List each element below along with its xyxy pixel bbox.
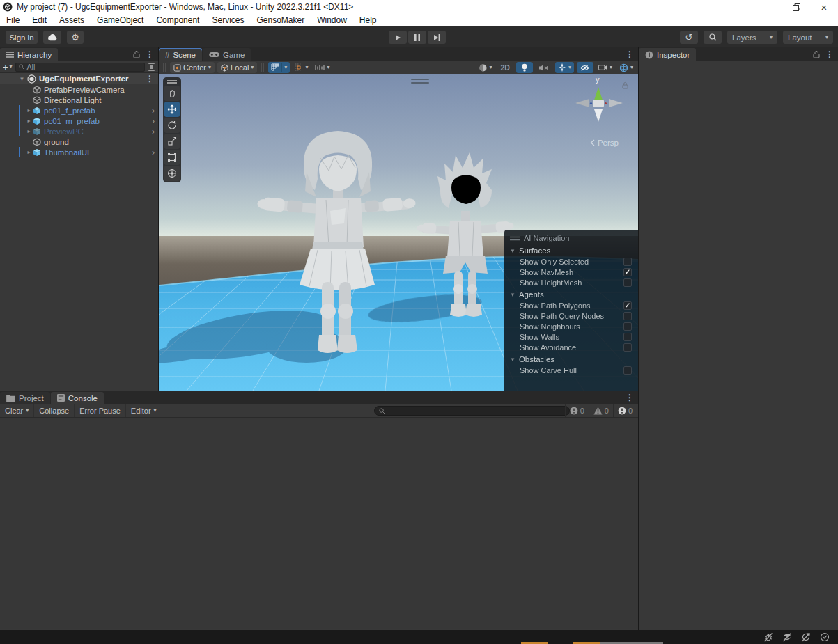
menu-help[interactable]: Help (353, 14, 383, 26)
orientation-overlay-grip[interactable] (411, 79, 429, 86)
foldout-closed-icon[interactable]: ▸ (25, 128, 33, 134)
overlay-grip[interactable] (510, 236, 520, 241)
effects-dropdown[interactable]: ▾ (555, 62, 574, 73)
chevron-down-icon[interactable]: ▾ (327, 65, 329, 70)
checkbox[interactable]: ✓ (623, 343, 632, 352)
nav-option-row[interactable]: Show NavMesh✓ (504, 267, 638, 277)
menu-services[interactable]: Services (205, 14, 250, 26)
obstacles-section-header[interactable]: ▼Obstacles (504, 352, 638, 365)
menu-component[interactable]: Component (150, 14, 205, 26)
chevron-down-icon[interactable]: ▾ (305, 65, 308, 70)
debugger-detached-icon[interactable] (762, 631, 775, 643)
checkbox[interactable]: ✓ (623, 278, 632, 287)
sign-in-button[interactable]: Sign in (6, 31, 38, 44)
drag-grip[interactable] (163, 63, 166, 72)
nav-option-row[interactable]: Show HeightMesh✓ (504, 277, 638, 288)
hierarchy-row[interactable]: ▸ ThumbnailUI › (0, 147, 158, 157)
minimize-button[interactable]: – (754, 0, 782, 14)
checkbox[interactable]: ✓ (623, 312, 632, 320)
grid-snap-button[interactable]: ▾ (268, 62, 290, 73)
hierarchy-row[interactable]: ▸ ground › (0, 136, 158, 147)
play-button[interactable] (389, 31, 407, 44)
chevron-down-icon[interactable]: ▾ (26, 408, 29, 414)
checkbox[interactable]: ✓ (623, 366, 632, 375)
warning-counter[interactable]: 0 (589, 404, 613, 417)
rect-tool[interactable] (164, 150, 180, 165)
checkbox[interactable]: ✓ (623, 268, 632, 276)
error-counter[interactable]: 0 (613, 404, 637, 417)
restore-button[interactable] (782, 0, 810, 14)
drag-grip[interactable] (470, 63, 472, 72)
kebab-menu-icon[interactable]: ⋮ (626, 393, 634, 402)
rotate-tool[interactable] (164, 118, 180, 133)
undo-history-button[interactable]: ↺ (680, 31, 698, 44)
console-search-input[interactable] (374, 406, 570, 416)
hierarchy-row[interactable]: ▸ PreviewPC › (0, 126, 158, 136)
checkbox[interactable]: ✓ (623, 322, 632, 331)
chevron-down-icon[interactable]: ▾ (284, 65, 287, 70)
clear-button[interactable]: Clear ▾ (0, 404, 34, 417)
lock-icon[interactable] (133, 50, 140, 58)
scene-viewport[interactable]: y Persp AI Navigation ▼Surfaces Show Onl… (159, 74, 638, 391)
expand-chevron-icon[interactable]: › (152, 127, 155, 136)
menu-window[interactable]: Window (311, 14, 353, 26)
menu-gameobject[interactable]: GameObject (91, 14, 150, 26)
kebab-menu-icon[interactable]: ⋮ (146, 49, 154, 59)
cloud-button[interactable] (43, 31, 61, 44)
hierarchy-row[interactable]: ▸ PrefabPreviewCamera › (0, 84, 158, 95)
tab-inspector[interactable]: Inspector (639, 48, 696, 61)
foldout-closed-icon[interactable]: ▸ (25, 107, 33, 113)
expand-chevron-icon[interactable]: › (152, 148, 155, 157)
gizmos-dropdown[interactable]: ▾ (617, 62, 635, 73)
pause-button[interactable] (408, 31, 426, 44)
scene-lighting-toggle[interactable] (516, 62, 533, 73)
layers-dropdown[interactable]: Layers▾ (727, 31, 777, 44)
move-tool[interactable] (164, 102, 180, 117)
editor-dropdown[interactable]: Editor ▾ (126, 404, 162, 417)
error-pause-button[interactable]: Error Pause (75, 404, 126, 417)
hierarchy-row[interactable]: ▸ pc01_f_prefab › (0, 105, 158, 116)
snap-settings-button[interactable]: ▾ (313, 62, 332, 73)
shading-mode-dropdown[interactable]: ▾ (476, 62, 495, 73)
kebab-menu-icon[interactable]: ⋮ (146, 74, 154, 84)
drag-grip[interactable] (261, 63, 264, 72)
tab-game[interactable]: Game (203, 48, 251, 61)
checkbox[interactable]: ✓ (623, 301, 632, 310)
menu-assets[interactable]: Assets (53, 14, 91, 26)
console-detail-area[interactable] (0, 565, 638, 629)
pivot-mode-dropdown[interactable]: Center ▾ (170, 62, 215, 73)
tab-console[interactable]: Console (51, 392, 104, 404)
tab-project[interactable]: Project (0, 392, 50, 404)
scene-orientation-gizmo[interactable]: y (567, 77, 631, 133)
nav-option-row[interactable]: Show Carve Hull✓ (504, 365, 638, 375)
scene-visibility-toggle[interactable] (577, 62, 593, 73)
step-button[interactable] (428, 31, 446, 44)
surfaces-section-header[interactable]: ▼Surfaces (504, 244, 638, 256)
checkbox[interactable]: ✓ (623, 258, 632, 266)
auto-refresh-disabled-icon[interactable] (800, 631, 812, 643)
camera-overlay-dropdown[interactable]: ▾ (596, 62, 614, 73)
overlay-grip[interactable] (167, 80, 177, 84)
tab-scene[interactable]: # Scene (159, 48, 202, 61)
cache-server-disabled-icon[interactable] (781, 631, 793, 643)
background-tasks-icon[interactable] (818, 631, 831, 643)
agents-section-header[interactable]: ▼Agents (504, 288, 638, 300)
nav-option-row[interactable]: Show Neighbours✓ (504, 321, 638, 331)
lock-icon[interactable] (813, 50, 820, 58)
nav-option-row[interactable]: Show Path Polygons✓ (504, 300, 638, 311)
menu-gensomaker[interactable]: GensoMaker (250, 14, 311, 26)
projection-mode-label[interactable]: Persp (590, 139, 619, 147)
nav-option-row[interactable]: Show Avoidance✓ (504, 342, 638, 352)
expand-chevron-icon[interactable]: › (152, 107, 155, 115)
tab-hierarchy[interactable]: Hierarchy (0, 48, 58, 61)
foldout-closed-icon[interactable]: ▸ (25, 118, 33, 124)
2d-toggle-button[interactable]: 2D (497, 62, 513, 73)
menu-edit[interactable]: Edit (26, 14, 53, 26)
nav-option-row[interactable]: Show Only Selected✓ (504, 256, 638, 267)
menu-file[interactable]: File (0, 14, 26, 26)
close-button[interactable]: × (810, 0, 838, 14)
view-hand-tool[interactable] (164, 86, 180, 101)
search-window-icon[interactable] (148, 63, 155, 71)
scene-row[interactable]: ▼ UgcEquipmentExporter ⋮ (0, 73, 158, 84)
add-button[interactable]: +▾ (3, 62, 13, 72)
